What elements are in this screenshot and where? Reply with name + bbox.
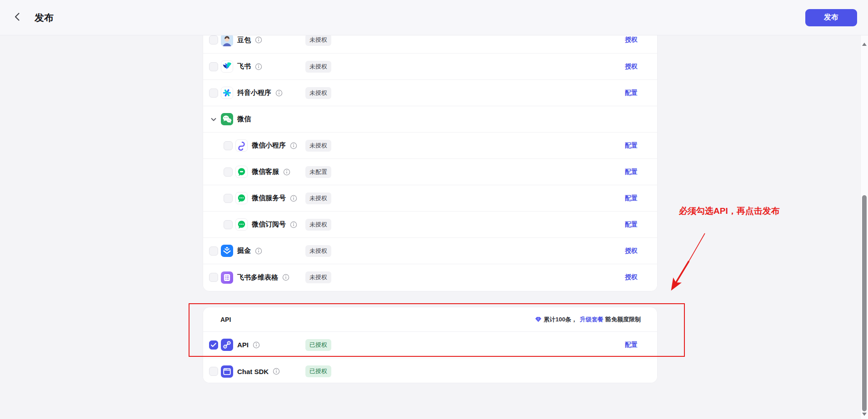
scrollbar-down-arrow[interactable] — [862, 413, 867, 416]
action-link-wechat-kefu[interactable]: 配置 — [625, 168, 638, 176]
scrollbar-up-arrow[interactable] — [862, 43, 867, 46]
action-link-douyin-mp[interactable]: 配置 — [625, 89, 638, 97]
checkbox-wechat-sub[interactable] — [224, 220, 233, 229]
channel-row-feishu[interactable]: 飞书未授权授权 — [203, 54, 657, 80]
checkbox-juejin[interactable] — [209, 246, 218, 256]
info-icon[interactable] — [255, 247, 262, 255]
channel-row-doubao[interactable]: 豆包未授权授权 — [203, 35, 657, 53]
wechat-sub-icon — [235, 218, 248, 231]
checkbox-feishu-base[interactable] — [209, 273, 218, 282]
chevron-left-icon — [12, 11, 24, 25]
channel-row-wechat-mp[interactable]: 微信小程序未授权配置 — [203, 133, 657, 159]
quota-text: 累计100条， — [544, 315, 577, 324]
channel-row-wechat-kefu[interactable]: 微信客服未配置配置 — [203, 159, 657, 185]
info-icon[interactable] — [255, 63, 262, 70]
channel-row-wechat-sub[interactable]: 微信订阅号未授权配置 — [203, 212, 657, 238]
action-link-doubao[interactable]: 授权 — [625, 36, 638, 44]
checkbox-chat-sdk[interactable] — [209, 367, 218, 376]
status-badge: 未授权 — [305, 245, 331, 257]
channel-label: 微信订阅号 — [252, 220, 286, 229]
chat-sdk-icon — [221, 365, 233, 378]
info-icon[interactable] — [290, 142, 297, 149]
channel-label: 微信客服 — [252, 168, 279, 176]
wechat-mp-icon — [235, 139, 248, 152]
info-icon[interactable] — [282, 274, 289, 281]
channel-label: 豆包 — [237, 36, 251, 44]
publish-button[interactable]: 发布 — [805, 9, 857, 26]
checkbox-feishu[interactable] — [209, 62, 218, 71]
channel-label: 飞书多维表格 — [237, 273, 278, 282]
partially-scrolled-row: 豆包未授权授权 — [203, 35, 657, 54]
gem-icon — [535, 316, 542, 323]
wechat-service-icon — [235, 192, 248, 204]
status-badge: 未授权 — [305, 87, 331, 99]
status-badge: 未授权 — [305, 219, 331, 231]
api-card: API 累计100条， 升级套餐 豁免额度限制 API已授权配置Chat SDK… — [203, 307, 657, 383]
quota-suffix: 豁免额度限制 — [605, 315, 641, 324]
status-badge: 未配置 — [305, 166, 331, 178]
annotation-text: 必须勾选API，再点击发布 — [679, 205, 780, 217]
channel-label: 抖音小程序 — [237, 89, 271, 97]
checkbox-douyin-mp[interactable] — [209, 89, 218, 98]
status-badge: 未授权 — [305, 192, 331, 204]
wechat-icon — [221, 113, 233, 125]
action-link-api[interactable]: 配置 — [625, 341, 638, 349]
checkbox-api[interactable] — [209, 340, 218, 350]
topbar: 发布 发布 — [0, 0, 868, 35]
page-title: 发布 — [35, 11, 54, 24]
action-link-feishu[interactable]: 授权 — [625, 63, 638, 71]
info-icon[interactable] — [290, 221, 297, 228]
info-icon[interactable] — [275, 89, 283, 97]
channel-row-chat-sdk[interactable]: Chat SDK已授权 — [203, 358, 657, 383]
chevron-down-icon[interactable] — [209, 115, 218, 124]
action-link-wechat-sub[interactable]: 配置 — [625, 221, 638, 229]
status-badge: 未授权 — [305, 35, 331, 46]
info-icon[interactable] — [283, 168, 290, 176]
channel-label: Chat SDK — [237, 368, 269, 375]
channel-label: API — [237, 341, 249, 349]
content-area: 豆包未授权授权飞书未授权授权抖音小程序未授权配置微信微信小程序未授权配置微信客服… — [0, 35, 860, 419]
channel-row-juejin[interactable]: 掘金未授权授权 — [203, 238, 657, 264]
status-badge: 已授权 — [305, 339, 331, 351]
channel-row-feishu-base[interactable]: 飞书多维表格未授权授权 — [203, 264, 657, 291]
info-icon[interactable] — [253, 341, 260, 349]
channel-label: 掘金 — [237, 246, 251, 255]
channel-label: 微信 — [237, 115, 251, 123]
channel-label: 微信服务号 — [252, 194, 286, 202]
status-badge: 已授权 — [305, 365, 331, 377]
feishu-base-icon — [221, 271, 233, 284]
action-link-juejin[interactable]: 授权 — [625, 247, 638, 255]
channel-row-wechat-service[interactable]: 微信服务号未授权配置 — [203, 185, 657, 212]
status-badge: 未授权 — [305, 271, 331, 283]
wechat-kefu-icon — [235, 166, 248, 178]
api-icon — [221, 339, 233, 351]
checkbox-wechat-mp[interactable] — [224, 141, 233, 150]
info-icon[interactable] — [255, 36, 262, 44]
checkbox-wechat-kefu[interactable] — [224, 168, 233, 177]
scrollbar — [860, 35, 868, 419]
channel-row-api[interactable]: API已授权配置 — [203, 332, 657, 358]
channel-row-douyin-mp[interactable]: 抖音小程序未授权配置 — [203, 80, 657, 106]
action-link-wechat-service[interactable]: 配置 — [625, 194, 638, 202]
doubao-avatar-icon — [221, 35, 233, 46]
checkbox-doubao[interactable] — [209, 35, 218, 44]
checkbox-wechat-service[interactable] — [224, 194, 233, 203]
channel-label: 飞书 — [237, 62, 251, 71]
status-badge: 未授权 — [305, 61, 331, 73]
upgrade-plan-link[interactable]: 升级套餐 — [580, 315, 604, 324]
action-link-feishu-base[interactable]: 授权 — [625, 273, 638, 281]
back-button[interactable] — [11, 11, 25, 25]
api-section-title: API — [220, 316, 231, 323]
quota-note: 累计100条， 升级套餐 豁免额度限制 — [535, 315, 641, 324]
action-link-wechat-mp[interactable]: 配置 — [625, 142, 638, 150]
douyin-mp-icon — [221, 87, 233, 99]
info-icon[interactable] — [290, 195, 297, 202]
channels-card: 豆包未授权授权飞书未授权授权抖音小程序未授权配置微信微信小程序未授权配置微信客服… — [203, 35, 657, 291]
scrollbar-thumb[interactable] — [862, 195, 867, 411]
channel-label: 微信小程序 — [252, 141, 286, 150]
channel-row-wechat-group[interactable]: 微信 — [203, 106, 657, 133]
feishu-icon — [221, 60, 233, 73]
status-badge: 未授权 — [305, 140, 331, 152]
api-section-header: API 累计100条， 升级套餐 豁免额度限制 — [203, 307, 657, 332]
info-icon[interactable] — [273, 368, 280, 375]
